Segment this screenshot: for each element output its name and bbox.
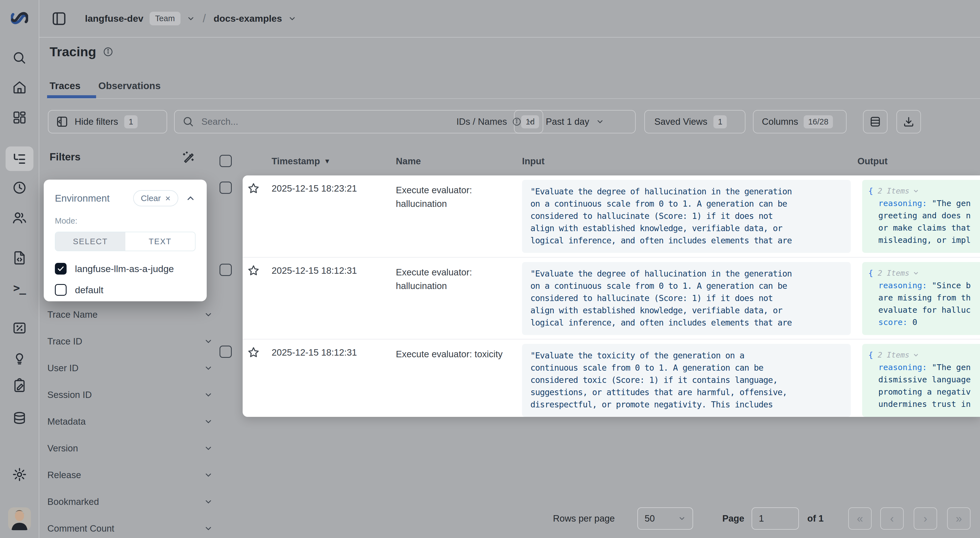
saved-views-count-badge: 1 — [713, 115, 727, 129]
column-header-input[interactable]: Input — [522, 156, 545, 167]
row-timestamp: 2025-12-15 18:23:21 — [272, 183, 357, 194]
last-page-button[interactable]: » — [947, 507, 970, 530]
list-tree-icon — [12, 151, 27, 166]
columns-label: Columns — [762, 116, 798, 127]
top-bar: langfuse-dev Team / docs-examples — [39, 0, 980, 38]
page-header: Tracing — [49, 44, 113, 59]
export-download-button[interactable] — [896, 110, 921, 133]
user-avatar[interactable] — [8, 507, 31, 530]
chevron-up-icon[interactable] — [186, 193, 196, 203]
row-input-cell[interactable]: "Evaluate the toxicity of the generation… — [522, 344, 851, 417]
environment-filter-title[interactable]: Environment — [55, 193, 126, 204]
saved-views-button[interactable]: Saved Views 1 — [644, 110, 745, 133]
mode-option-select[interactable]: SELECT — [56, 232, 126, 251]
row-input-cell[interactable]: "Evaluate the degree of hallucination in… — [522, 180, 851, 253]
filter-item-session-id[interactable]: Session ID — [47, 381, 213, 408]
chevron-down-icon — [204, 497, 213, 506]
columns-button[interactable]: Columns 16/28 — [753, 110, 846, 133]
sessions-clock-icon[interactable] — [10, 178, 30, 198]
table-row[interactable]: 2025-12-15 18:12:31Execute evaluator:hal… — [243, 257, 980, 340]
checkbox-unchecked[interactable] — [55, 284, 67, 296]
row-output-cell[interactable]: { 2 Itemsreasoning: "The gengreeting and… — [862, 180, 980, 253]
column-header-name[interactable]: Name — [396, 156, 421, 167]
filter-item-release[interactable]: Release — [47, 462, 213, 489]
next-page-button[interactable]: › — [914, 507, 937, 530]
clear-label: Clear — [141, 194, 161, 203]
hide-filters-button[interactable]: Hide filters 1 — [48, 110, 167, 133]
settings-gear-icon[interactable] — [10, 465, 30, 484]
previous-page-button[interactable]: ‹ — [880, 507, 904, 530]
prompts-file-code-icon[interactable] — [10, 248, 30, 268]
datasets-database-icon[interactable] — [10, 408, 30, 428]
clear-filter-button[interactable]: Clear × — [133, 190, 178, 206]
table-row[interactable]: 2025-12-15 18:23:21Execute evaluator:hal… — [243, 175, 980, 257]
tab-traces[interactable]: Traces — [49, 80, 81, 91]
dashboard-icon[interactable] — [10, 108, 30, 127]
time-range-button[interactable]: 1d Past 1 day — [514, 110, 636, 133]
info-icon[interactable] — [103, 46, 113, 57]
tab-observations[interactable]: Observations — [98, 80, 161, 91]
home-icon[interactable] — [10, 78, 30, 97]
filter-item-trace-name[interactable]: Trace Name — [47, 301, 213, 328]
chevron-down-icon[interactable] — [288, 14, 296, 23]
wand-sparkles-icon[interactable] — [181, 150, 196, 165]
double-chevron-right-icon: » — [956, 513, 962, 525]
annotation-clipboard-pen-icon[interactable] — [10, 375, 30, 395]
rows-icon — [869, 116, 881, 128]
filter-item-metadata[interactable]: Metadata — [47, 408, 213, 435]
environment-option[interactable]: langfuse-llm-as-a-judge — [55, 263, 196, 275]
bookmark-star-icon[interactable] — [247, 346, 260, 359]
row-output-cell[interactable]: { 2 Itemsreasoning: "Since bare missing … — [862, 262, 980, 335]
first-page-button[interactable]: « — [848, 507, 872, 530]
bookmark-star-icon[interactable] — [247, 264, 260, 277]
chevron-down-icon — [596, 117, 604, 126]
search-input[interactable] — [201, 116, 456, 127]
page-label: Page — [722, 513, 745, 524]
rows-per-page-label: Rows per page — [553, 513, 615, 524]
sidebar-toggle-icon[interactable] — [51, 11, 67, 27]
insights-lightbulb-icon[interactable] — [10, 348, 30, 368]
mode-segmented-control: SELECTTEXT — [55, 232, 196, 251]
row-checkbox[interactable] — [220, 346, 232, 358]
hide-filters-count-badge: 1 — [124, 115, 138, 129]
column-header-timestamp[interactable]: Timestamp ▼ — [272, 156, 330, 167]
row-checkbox[interactable] — [220, 182, 232, 194]
search-icon[interactable] — [10, 48, 30, 68]
environment-option[interactable]: default — [55, 284, 196, 296]
column-header-output[interactable]: Output — [858, 156, 888, 167]
filter-item-trace-id[interactable]: Trace ID — [47, 328, 213, 355]
project-name[interactable]: docs-examples — [214, 13, 282, 24]
sidebar-item-tracing[interactable] — [6, 146, 33, 171]
chevron-down-icon[interactable] — [187, 14, 195, 23]
row-output-cell[interactable]: { 2 Itemsreasoning: "The gendismissive l… — [862, 344, 980, 417]
chevron-down-icon — [204, 310, 213, 319]
mode-label: Mode: — [55, 216, 196, 225]
filter-item-comment-count[interactable]: Comment Count — [47, 515, 213, 538]
search-box[interactable]: IDs / Names — [174, 110, 543, 133]
traces-table: 2025-12-15 18:23:21Execute evaluator:hal… — [243, 175, 980, 417]
filter-item-version[interactable]: Version — [47, 435, 213, 462]
checkbox-checked[interactable] — [55, 263, 67, 275]
users-icon[interactable] — [10, 208, 30, 228]
active-tab-indicator — [47, 95, 96, 98]
bookmark-star-icon[interactable] — [247, 182, 260, 195]
row-name: Execute evaluator:hallucination — [396, 265, 472, 293]
evaluators-percent-icon[interactable] — [10, 318, 30, 338]
page-number-input[interactable]: 1 — [752, 507, 799, 530]
table-row[interactable]: 2025-12-15 18:12:31Execute evaluator: to… — [243, 340, 980, 417]
row-checkbox[interactable] — [220, 264, 232, 276]
search-scope-label: IDs / Names — [456, 116, 507, 127]
filter-item-bookmarked[interactable]: Bookmarked — [47, 489, 213, 515]
org-name[interactable]: langfuse-dev — [85, 13, 143, 24]
chevron-right-icon: › — [923, 513, 927, 525]
filter-item-user-id[interactable]: User ID — [47, 355, 213, 381]
playground-terminal-icon[interactable]: >_ — [10, 278, 30, 298]
page-title: Tracing — [49, 44, 96, 59]
sort-desc-icon: ▼ — [324, 157, 331, 165]
mode-option-text[interactable]: TEXT — [126, 232, 195, 251]
rows-per-page-select[interactable]: 50 — [637, 507, 693, 530]
row-height-button[interactable] — [863, 110, 888, 133]
select-all-checkbox[interactable] — [220, 155, 232, 167]
langfuse-logo-icon[interactable] — [10, 8, 30, 28]
row-input-cell[interactable]: "Evaluate the degree of hallucination in… — [522, 262, 851, 335]
